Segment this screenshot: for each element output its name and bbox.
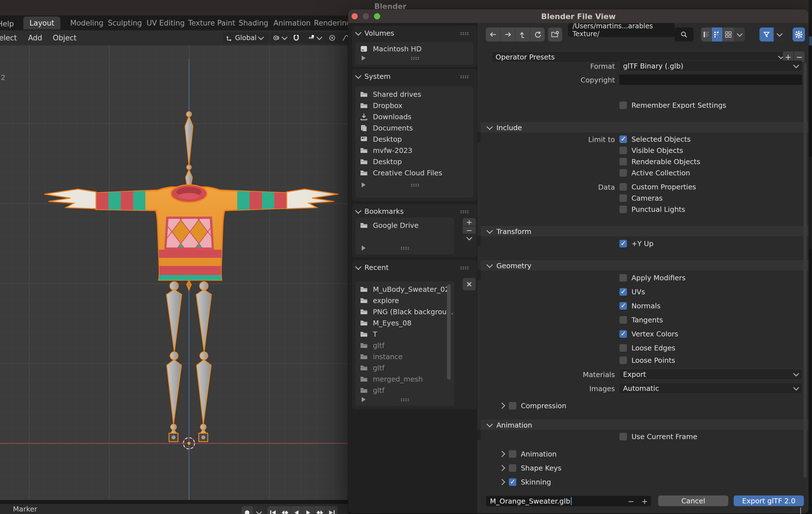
region-expand-chevron[interactable] <box>800 508 801 513</box>
menu-add[interactable]: Add <box>28 30 42 46</box>
search-button[interactable] <box>674 28 694 41</box>
keying-set-dropdown[interactable] <box>253 506 264 514</box>
recent-title[interactable]: Recent <box>365 264 388 272</box>
checkbox-unchecked[interactable] <box>509 464 516 472</box>
refresh-button[interactable] <box>530 28 545 41</box>
list-item[interactable]: M_Eyes_08 <box>360 317 411 329</box>
checkbox-unchecked[interactable] <box>619 158 627 165</box>
export-button[interactable]: Export glTF 2.0 <box>734 495 804 506</box>
checkbox-unchecked[interactable] <box>619 357 627 364</box>
remember-export-settings-row[interactable]: Remember Export Settings <box>619 101 726 110</box>
snap-toggle-button[interactable] <box>291 32 307 43</box>
compression-row[interactable]: Compression <box>500 401 566 410</box>
resize-grip-icon[interactable] <box>400 398 409 401</box>
list-item[interactable]: Macintosh HD <box>360 43 422 54</box>
jump-to-start-button[interactable] <box>267 506 279 514</box>
active-collection-row[interactable]: Active Collection <box>619 168 690 177</box>
vertex-colors-row[interactable]: Vertex Colors <box>619 329 678 338</box>
cancel-button[interactable]: Cancel <box>658 495 728 506</box>
viewport-3d[interactable]: 2 <box>0 46 348 500</box>
checkbox-unchecked[interactable] <box>619 101 627 109</box>
resize-grip-icon[interactable] <box>410 183 419 187</box>
menu-select[interactable]: Select <box>0 30 17 46</box>
include-section-header[interactable]: Include <box>481 122 809 133</box>
display-settings-dropdown[interactable] <box>734 28 745 41</box>
panel-grip-icon[interactable] <box>460 32 469 35</box>
animation-section-header[interactable]: Animation <box>481 420 809 430</box>
list-item[interactable]: explore <box>360 295 399 306</box>
proportional-editing-button[interactable] <box>327 32 341 43</box>
checkbox-unchecked[interactable] <box>619 274 627 282</box>
checkbox-checked[interactable] <box>509 478 516 486</box>
list-item[interactable]: Creative Cloud Files <box>360 167 442 178</box>
list-item[interactable]: merged_mesh <box>360 373 423 385</box>
checkbox-unchecked[interactable] <box>619 316 627 324</box>
checkbox-unchecked[interactable] <box>509 450 516 458</box>
checkbox-unchecked[interactable] <box>509 402 516 410</box>
list-item[interactable]: Desktop <box>360 133 402 145</box>
params-scrollbar[interactable] <box>804 63 807 478</box>
chevron-right-icon[interactable] <box>499 403 505 409</box>
list-item[interactable]: T <box>360 329 377 340</box>
list-item[interactable]: gltf <box>360 385 384 396</box>
jump-to-end-button[interactable] <box>326 506 338 514</box>
resize-grip-icon[interactable] <box>400 247 409 250</box>
dialog-titlebar[interactable]: Blender File View <box>348 9 809 23</box>
create-directory-button[interactable] <box>548 28 562 41</box>
panel-grip-icon[interactable] <box>460 75 469 79</box>
checkbox-checked[interactable] <box>619 330 627 338</box>
renderable-objects-row[interactable]: Renderable Objects <box>619 157 700 166</box>
prev-keyframe-button[interactable] <box>279 506 291 514</box>
chevron-down-icon[interactable] <box>355 264 361 270</box>
back-button[interactable] <box>486 28 501 41</box>
snap-settings-dropdown[interactable] <box>305 32 330 43</box>
list-item[interactable]: M_uBody_Sweater_02 <box>360 284 449 295</box>
transform-orientation-dropdown[interactable]: Global <box>223 32 269 43</box>
list-item[interactable]: mvfw-2023 <box>360 145 412 156</box>
volumes-title[interactable]: Volumes <box>365 29 394 37</box>
cameras-row[interactable]: Cameras <box>619 193 663 203</box>
transform-section-header[interactable]: Transform <box>481 226 809 237</box>
list-item[interactable]: Documents <box>360 122 413 133</box>
list-item[interactable]: Downloads <box>360 111 411 122</box>
play-button[interactable] <box>303 506 315 514</box>
marker-menu[interactable]: Marker <box>13 505 37 513</box>
selected-objects-row[interactable]: Selected Objects <box>619 135 691 144</box>
list-item[interactable]: gltf <box>360 340 384 351</box>
clear-recent-button[interactable] <box>463 278 475 291</box>
filter-button-active[interactable] <box>759 28 774 41</box>
increment-filename-button[interactable]: + <box>641 497 648 506</box>
checkbox-unchecked[interactable] <box>619 206 627 213</box>
checkbox-unchecked[interactable] <box>619 183 627 191</box>
animation-subsection-row[interactable]: Animation <box>500 450 556 458</box>
apply-modifiers-row[interactable]: Apply Modifiers <box>619 273 686 282</box>
settings-toggle-button[interactable] <box>793 28 805 41</box>
list-item[interactable]: Google Drive <box>360 220 418 231</box>
list-item[interactable]: PNG (Black backgrou... <box>360 306 453 317</box>
list-item[interactable]: gltf <box>360 362 384 373</box>
panel-grip-icon[interactable] <box>460 266 469 270</box>
uvs-row[interactable]: UVs <box>619 287 645 296</box>
expand-icon[interactable] <box>361 56 366 61</box>
loose-edges-row[interactable]: Loose Edges <box>619 343 675 353</box>
chevron-right-icon[interactable] <box>499 479 505 485</box>
expand-icon[interactable] <box>361 397 366 402</box>
visible-objects-row[interactable]: Visible Objects <box>619 146 683 155</box>
shape-keys-row[interactable]: Shape Keys <box>500 463 561 473</box>
materials-dropdown[interactable]: Export <box>619 369 803 380</box>
bookmarks-title[interactable]: Bookmarks <box>365 207 404 215</box>
use-current-frame-row[interactable]: Use Current Frame <box>619 432 697 441</box>
tab-layout[interactable]: Layout <box>23 17 60 29</box>
checkbox-unchecked[interactable] <box>619 169 627 177</box>
punctual-lights-row[interactable]: Punctual Lights <box>619 205 685 214</box>
skinning-row[interactable]: Skinning <box>500 478 551 486</box>
play-reverse-button[interactable] <box>291 506 303 514</box>
images-dropdown[interactable]: Automatic <box>619 383 803 394</box>
checkbox-unchecked[interactable] <box>619 147 627 154</box>
path-field[interactable]: /Users/martins...arables Texture/ <box>568 23 675 37</box>
chevron-right-icon[interactable] <box>499 451 505 457</box>
chevron-down-icon[interactable] <box>355 72 361 79</box>
list-item[interactable]: Shared drives <box>360 89 421 100</box>
geometry-section-header[interactable]: Geometry <box>481 260 809 271</box>
next-keyframe-button[interactable] <box>315 506 326 514</box>
